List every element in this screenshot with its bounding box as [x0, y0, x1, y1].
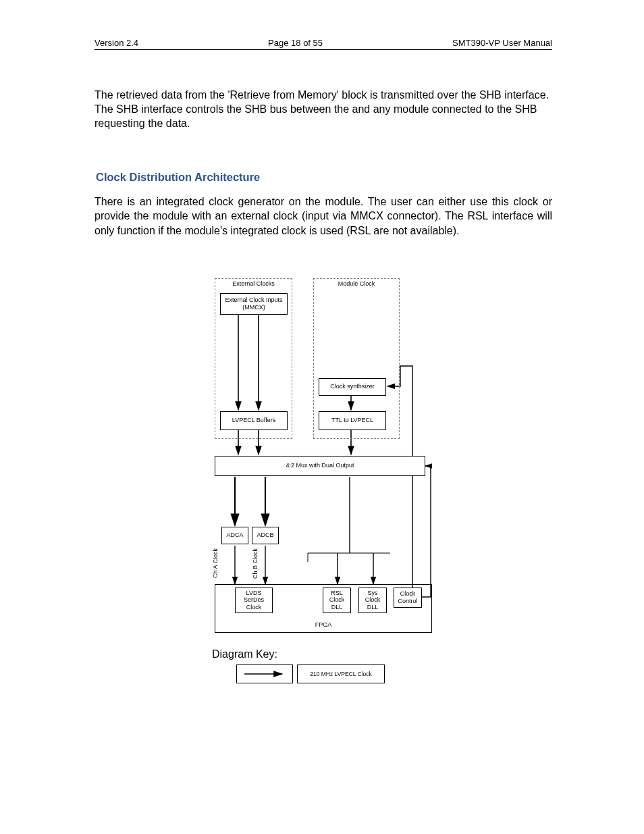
group-label-ext: External Clocks: [215, 280, 292, 287]
label-ch-b-clock: Ch B Clock: [252, 548, 259, 579]
box-clock-synth: Clock synthsizer: [319, 378, 386, 396]
paragraph-shb: The retrieved data from the 'Retrieve fr…: [95, 88, 552, 130]
box-sys-dll: Sys Clock DLL: [358, 588, 387, 613]
box-lvpecl-buffers: LVPECL Buffers: [220, 411, 288, 430]
document-page: Version 2.4 Page 18 of 55 SMT390-VP User…: [0, 0, 644, 834]
section-title-clock: Clock Distribution Architecture: [96, 171, 552, 184]
key-arrow-icon: [240, 670, 289, 678]
label-fpga: FPGA: [215, 621, 431, 628]
key-label-box: 210 MHz LVPECL Clock: [297, 664, 385, 683]
box-clock-control: Clock Control: [394, 588, 422, 608]
header-version: Version 2.4: [95, 38, 138, 48]
box-ext-clock-inputs: External Clock Inputs (MMCX): [220, 293, 288, 315]
diagram-key-row: 210 MHz LVPECL Clock: [236, 664, 392, 683]
label-ch-a-clock: Ch A Clock: [212, 548, 219, 578]
group-label-mod: Module Clock: [314, 280, 399, 287]
box-adca: ADCA: [221, 527, 248, 544]
box-rsl-dll: RSL Clock DLL: [323, 588, 351, 613]
diagram-key-title: Diagram Key:: [212, 648, 552, 660]
box-mux: 4:2 Mux with Dual Output: [215, 456, 425, 476]
box-ttl-to-lvpecl: TTL to LVPECL: [319, 411, 386, 430]
header-manual-title: SMT390-VP User Manual: [452, 38, 552, 48]
box-adcb: ADCB: [252, 527, 279, 544]
header-page-number: Page 18 of 55: [268, 38, 323, 48]
paragraph-clock: There is an integrated clock generator o…: [95, 194, 552, 237]
key-arrow-box: [236, 664, 293, 683]
box-lvds-serdes: LVDS SerDes Clock: [235, 588, 273, 613]
clock-diagram: External Clocks Module Clock External Cl…: [215, 278, 432, 643]
page-header: Version 2.4 Page 18 of 55 SMT390-VP User…: [95, 38, 552, 50]
